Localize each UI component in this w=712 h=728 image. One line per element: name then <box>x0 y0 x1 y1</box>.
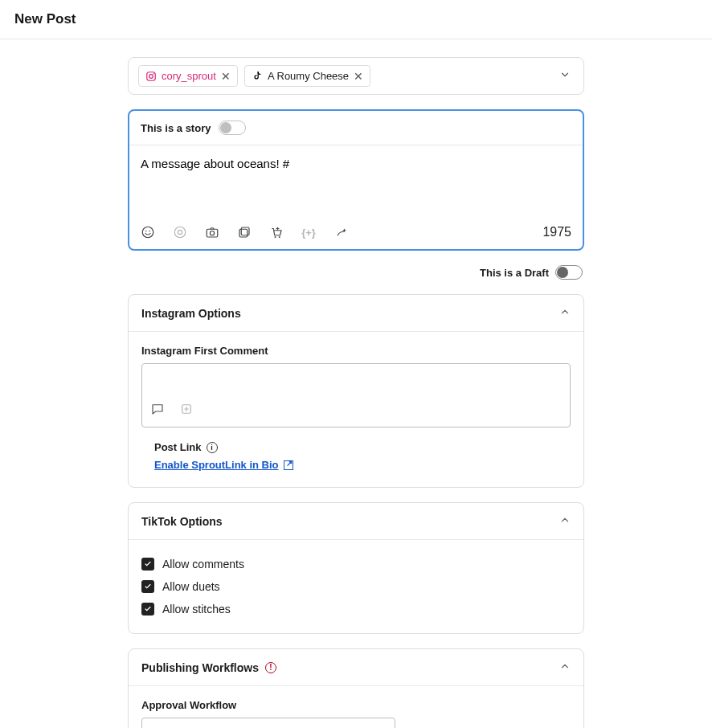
page-header: New Post <box>0 0 712 39</box>
tiktok-icon <box>252 71 263 82</box>
gallery-icon[interactable] <box>237 225 252 239</box>
first-comment-input[interactable] <box>141 363 571 427</box>
chevron-up-icon <box>559 514 571 528</box>
page-title: New Post <box>14 11 698 27</box>
svg-point-1 <box>149 74 153 78</box>
draft-row: This is a Draft <box>129 265 583 280</box>
workflow-select[interactable]: Select Workflow <box>141 718 395 728</box>
section-title: Publishing Workflows <box>141 661 259 674</box>
svg-point-3 <box>142 227 153 238</box>
accounts-dropdown[interactable] <box>556 66 574 86</box>
emoji-icon[interactable] <box>141 225 155 239</box>
info-icon[interactable]: i <box>207 442 218 453</box>
allow-stitches-label: Allow stitches <box>162 603 231 616</box>
accounts-card: cory_sprout ✕ A Roumy Cheese ✕ <box>128 57 584 95</box>
first-comment-label: Instagram First Comment <box>141 345 571 357</box>
allow-duets-label: Allow duets <box>162 580 220 593</box>
composer-card: This is a story {+} 1975 <box>128 109 584 251</box>
chevron-down-icon <box>559 69 571 80</box>
svg-point-5 <box>149 231 151 232</box>
account-name: A Roumy Cheese <box>268 70 349 82</box>
svg-point-7 <box>178 230 182 234</box>
workflows-card: Publishing Workflows ! Approval Workflow… <box>128 648 584 728</box>
svg-point-6 <box>174 227 186 238</box>
allow-comments-checkbox[interactable] <box>141 558 154 571</box>
chevron-up-icon <box>559 306 571 320</box>
draft-toggle[interactable] <box>555 265 583 280</box>
alert-icon: ! <box>265 662 276 673</box>
comment-icon[interactable] <box>150 402 165 419</box>
svg-point-2 <box>153 73 154 74</box>
workflows-header[interactable]: Publishing Workflows ! <box>129 649 583 686</box>
account-chip-instagram[interactable]: cory_sprout ✕ <box>138 65 238 87</box>
svg-point-4 <box>145 231 147 232</box>
account-name: cory_sprout <box>162 70 216 82</box>
account-chip-tiktok[interactable]: A Roumy Cheese ✕ <box>244 65 370 87</box>
remove-account-icon[interactable]: ✕ <box>221 71 231 82</box>
remove-account-icon[interactable]: ✕ <box>354 71 363 82</box>
tiktok-options-card: TikTok Options Allow comments Allow duet… <box>128 502 584 634</box>
char-count: 1975 <box>542 225 571 239</box>
post-text-input[interactable] <box>129 145 583 216</box>
allow-duets-checkbox[interactable] <box>141 580 154 593</box>
instagram-options-header[interactable]: Instagram Options <box>129 295 583 332</box>
svg-point-13 <box>279 236 280 238</box>
instagram-options-card: Instagram Options Instagram First Commen… <box>128 294 584 488</box>
story-label: This is a story <box>141 122 211 134</box>
svg-point-9 <box>210 231 214 235</box>
camera-icon[interactable] <box>205 225 219 239</box>
svg-point-12 <box>275 236 276 238</box>
tiktok-options-header[interactable]: TikTok Options <box>129 503 583 540</box>
allow-comments-label: Allow comments <box>162 558 244 571</box>
story-toggle[interactable] <box>219 121 246 135</box>
section-title: TikTok Options <box>141 515 223 528</box>
allow-stitches-checkbox[interactable] <box>141 603 154 616</box>
svg-rect-8 <box>207 229 218 237</box>
shopping-icon[interactable] <box>269 225 284 239</box>
draft-label: This is a Draft <box>480 267 549 279</box>
chevron-up-icon <box>559 661 571 674</box>
section-title: Instagram Options <box>141 307 241 320</box>
instagram-icon <box>145 71 157 82</box>
approval-workflow-label: Approval Workflow <box>141 699 571 711</box>
svg-rect-11 <box>239 229 248 237</box>
svg-rect-10 <box>241 227 249 235</box>
add-media-icon[interactable] <box>179 402 194 419</box>
post-link-label: Post Link <box>154 441 202 453</box>
enable-sproutlink-link[interactable]: Enable SproutLink in Bio <box>154 459 293 471</box>
variable-icon[interactable]: {+} <box>301 225 316 239</box>
external-link-icon <box>284 460 293 470</box>
magic-icon[interactable] <box>333 225 348 239</box>
mention-icon[interactable] <box>173 225 187 239</box>
